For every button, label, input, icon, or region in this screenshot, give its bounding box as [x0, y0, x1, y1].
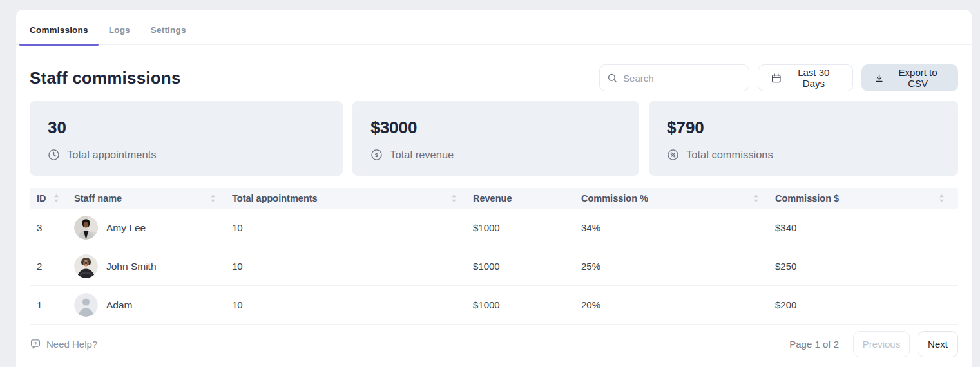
- stat-label: Total commissions: [686, 149, 773, 161]
- export-csv-label: Export to CSV: [890, 67, 945, 89]
- export-csv-button[interactable]: Export to CSV: [861, 64, 958, 91]
- page-header: Staff commissions Last 30 Days: [30, 45, 958, 101]
- stats-row: 30 Total appointments $3000 $ Total: [30, 101, 958, 176]
- column-label: Staff name: [74, 193, 122, 203]
- dollar-circle-icon: $: [370, 149, 383, 161]
- help-bubble-icon: ?: [30, 338, 41, 350]
- column-label: Commission $: [775, 193, 839, 203]
- cell-commission-amount: $200: [775, 299, 958, 310]
- column-header-revenue: Revenue: [473, 193, 581, 203]
- cell-id: 3: [30, 222, 74, 233]
- next-page-button[interactable]: Next: [918, 331, 958, 357]
- column-header-total-appointments[interactable]: Total appointments: [232, 193, 473, 203]
- avatar: [74, 254, 98, 278]
- search-icon: [608, 73, 617, 84]
- table-row: 2: [30, 247, 958, 286]
- stat-label: Total revenue: [390, 149, 454, 161]
- column-label: Revenue: [473, 193, 512, 203]
- stat-value: $790: [667, 118, 940, 138]
- previous-page-button[interactable]: Previous: [853, 331, 910, 357]
- stat-value: 30: [48, 118, 325, 138]
- cell-total-appointments: 10: [232, 299, 473, 310]
- main-panel: Commissions Logs Settings Staff commissi…: [16, 10, 972, 367]
- cell-total-appointments: 10: [232, 222, 473, 233]
- cell-commission-percent: 34%: [581, 222, 775, 233]
- page-indicator: Page 1 of 2: [789, 339, 839, 350]
- cell-total-appointments: 10: [232, 261, 473, 272]
- cell-id: 1: [30, 299, 74, 310]
- need-help-label: Need Help?: [46, 339, 97, 350]
- cell-commission-amount: $250: [775, 261, 958, 272]
- column-header-id[interactable]: ID: [30, 193, 74, 203]
- column-label: ID: [37, 193, 46, 203]
- staff-name-label: Amy Lee: [106, 222, 146, 234]
- download-icon: [874, 73, 884, 84]
- svg-text:?: ?: [34, 341, 37, 346]
- need-help-link[interactable]: ? Need Help?: [30, 338, 97, 350]
- table-header-row: ID Staff name Total appointments: [30, 188, 958, 209]
- sort-icon[interactable]: [210, 194, 216, 203]
- cell-revenue: $1000: [473, 222, 581, 233]
- cell-commission-percent: 25%: [581, 261, 775, 272]
- column-header-commission-percent[interactable]: Commission %: [581, 193, 775, 203]
- date-range-button[interactable]: Last 30 Days: [758, 64, 853, 91]
- avatar: [74, 216, 98, 240]
- page-title: Staff commissions: [30, 68, 181, 88]
- search-input[interactable]: [623, 73, 741, 84]
- stat-value: $3000: [370, 118, 621, 138]
- percent-circle-icon: [667, 149, 679, 161]
- column-header-staff-name[interactable]: Staff name: [74, 193, 232, 203]
- table-footer: ? Need Help? Page 1 of 2 Previous Next: [16, 325, 972, 367]
- date-range-label: Last 30 Days: [788, 67, 840, 89]
- sort-icon[interactable]: [753, 194, 759, 203]
- clock-icon: [48, 149, 60, 161]
- calendar-icon: [771, 73, 782, 84]
- svg-text:$: $: [375, 151, 379, 158]
- cell-staff-name: Adam: [74, 293, 232, 317]
- stat-card-total-appointments: 30 Total appointments: [30, 101, 343, 176]
- cell-revenue: $1000: [473, 261, 581, 272]
- placeholder-avatar: [74, 293, 98, 317]
- tab-commissions[interactable]: Commissions: [19, 25, 99, 44]
- sort-icon[interactable]: [939, 194, 945, 203]
- pagination: Page 1 of 2 Previous Next: [789, 331, 958, 357]
- search-box[interactable]: [599, 64, 749, 91]
- column-header-commission-amount[interactable]: Commission $: [775, 193, 958, 203]
- cell-staff-name: John Smith: [74, 254, 232, 278]
- staff-name-label: John Smith: [106, 261, 157, 272]
- cell-revenue: $1000: [473, 299, 581, 310]
- stat-card-total-revenue: $3000 $ Total revenue: [352, 101, 639, 176]
- table-row: 1 Adam 10 $1: [30, 286, 958, 325]
- cell-staff-name: Amy Lee: [74, 216, 232, 240]
- column-label: Commission %: [581, 193, 648, 203]
- staff-name-label: Adam: [106, 299, 133, 311]
- sort-icon[interactable]: [451, 194, 457, 203]
- table-row: 3: [30, 209, 958, 247]
- stat-card-total-commissions: $790 Total commissions: [649, 101, 958, 176]
- cell-commission-percent: 20%: [581, 299, 775, 310]
- tab-logs[interactable]: Logs: [99, 25, 140, 44]
- toolbar: Last 30 Days Export to CSV: [599, 64, 958, 91]
- cell-id: 2: [30, 261, 74, 272]
- tab-settings[interactable]: Settings: [140, 25, 197, 44]
- stat-label: Total appointments: [67, 149, 157, 161]
- sort-icon[interactable]: [53, 194, 59, 203]
- cell-commission-amount: $340: [775, 222, 958, 233]
- tab-bar: Commissions Logs Settings: [16, 10, 972, 45]
- commissions-table: ID Staff name Total appointments: [30, 188, 958, 325]
- column-label: Total appointments: [232, 193, 318, 203]
